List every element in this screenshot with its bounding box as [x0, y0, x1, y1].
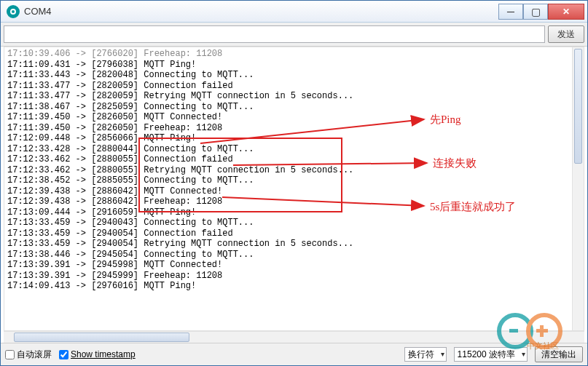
svg-rect-7 [536, 329, 548, 333]
log-line: 17:13:39.391 -> [2945998] MQTT Connected… [7, 260, 581, 271]
autoscroll-label: 自动滚屏 [17, 349, 52, 361]
log-line: 17:13:39.391 -> [2945999] Freeheap: 1120… [7, 271, 581, 282]
arduino-icon [7, 5, 20, 18]
autoscroll-checkbox[interactable]: 自动滚屏 [5, 349, 52, 361]
svg-rect-5 [509, 329, 518, 333]
log-line: 17:13:38.446 -> [2945054] Connecting to … [7, 250, 581, 260]
log-line: 17:14:09.413 -> [2976016] MQTT Ping! [7, 281, 581, 292]
serial-input[interactable] [4, 25, 545, 43]
annotation-fail: 连接失败 [433, 156, 477, 170]
window-title: COM4 [24, 6, 498, 17]
close-button[interactable]: ✕ [548, 4, 584, 20]
vertical-scrollbar[interactable] [572, 47, 584, 330]
minimize-button[interactable]: ─ [498, 4, 523, 20]
log-line: 17:11:33.443 -> [2820048] Connecting to … [7, 70, 581, 81]
log-line: 17:11:09.431 -> [2796038] MQTT Ping! [7, 60, 581, 71]
watermark-logo [487, 309, 575, 353]
log-line: 17:13:33.459 -> [2940054] Retrying MQTT … [7, 239, 581, 250]
log-line: 17:13:33.459 -> [2940043] Connecting to … [7, 218, 581, 228]
maximize-button[interactable]: ▢ [523, 4, 548, 20]
line-ending-select[interactable]: 换行符 [404, 347, 447, 362]
log-line: 17:11:39.450 -> [2826050] MQTT Connected… [7, 112, 581, 123]
annotation-ping: 先Ping [430, 113, 461, 127]
window-controls: ─ ▢ ✕ [498, 4, 584, 20]
titlebar[interactable]: COM4 ─ ▢ ✕ [1, 1, 587, 23]
log-line: 17:11:38.467 -> [2825059] Connecting to … [7, 102, 581, 113]
show-timestamp-label: Show timestamp [71, 349, 136, 359]
send-row: 发送 [1, 23, 587, 47]
log-line: 17:11:33.477 -> [2820059] Retrying MQTT … [7, 91, 581, 102]
send-button[interactable]: 发送 [548, 25, 584, 43]
log-line: 17:11:39.450 -> [2826050] Freeheap: 1120… [7, 123, 581, 134]
show-timestamp-checkbox[interactable]: Show timestamp [59, 349, 136, 359]
log-line: 17:13:33.459 -> [2940054] Connection fai… [7, 228, 581, 239]
highlight-box [138, 138, 342, 212]
log-line: 17:11:33.477 -> [2820059] Connection fai… [7, 81, 581, 92]
annotation-reconnect: 5s后重连就成功了 [430, 200, 516, 214]
log-line: 17:10:39.406 -> [2766020] Freeheap: 1120… [7, 49, 581, 60]
